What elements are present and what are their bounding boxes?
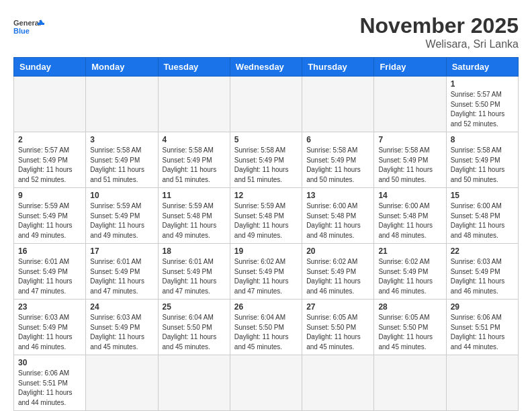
- calendar-cell: 3Sunrise: 5:58 AM Sunset: 5:49 PM Daylig…: [86, 132, 158, 188]
- day-info: Sunrise: 6:06 AM Sunset: 5:51 PM Dayligh…: [451, 313, 514, 352]
- calendar-cell: [302, 77, 374, 132]
- calendar-cell: 4Sunrise: 5:58 AM Sunset: 5:49 PM Daylig…: [158, 132, 230, 188]
- day-info: Sunrise: 5:58 AM Sunset: 5:49 PM Dayligh…: [90, 146, 153, 185]
- day-info: Sunrise: 5:58 AM Sunset: 5:49 PM Dayligh…: [306, 146, 369, 185]
- day-info: Sunrise: 5:59 AM Sunset: 5:49 PM Dayligh…: [90, 201, 153, 240]
- day-info: Sunrise: 6:00 AM Sunset: 5:48 PM Dayligh…: [451, 201, 514, 240]
- calendar-cell: 30Sunrise: 6:06 AM Sunset: 5:51 PM Dayli…: [14, 355, 86, 411]
- day-info: Sunrise: 6:05 AM Sunset: 5:50 PM Dayligh…: [378, 313, 441, 352]
- day-info: Sunrise: 5:58 AM Sunset: 5:49 PM Dayligh…: [163, 146, 226, 185]
- day-number: 1: [451, 79, 514, 89]
- day-number: 25: [163, 302, 226, 312]
- day-info: Sunrise: 5:57 AM Sunset: 5:49 PM Dayligh…: [18, 146, 81, 185]
- day-of-week-header: Saturday: [446, 58, 518, 77]
- calendar-cell: 21Sunrise: 6:02 AM Sunset: 5:49 PM Dayli…: [374, 244, 446, 300]
- day-info: Sunrise: 5:58 AM Sunset: 5:49 PM Dayligh…: [451, 146, 514, 185]
- day-number: 17: [90, 246, 153, 256]
- day-info: Sunrise: 6:05 AM Sunset: 5:50 PM Dayligh…: [306, 313, 369, 352]
- day-number: 15: [451, 191, 514, 200]
- location: Welisara, Sri Lanka: [359, 38, 519, 50]
- calendar-cell: 9Sunrise: 5:59 AM Sunset: 5:49 PM Daylig…: [14, 188, 86, 244]
- calendar-cell: 17Sunrise: 6:01 AM Sunset: 5:49 PM Dayli…: [86, 244, 158, 300]
- day-number: 14: [378, 191, 441, 200]
- day-info: Sunrise: 6:03 AM Sunset: 5:49 PM Dayligh…: [90, 313, 153, 352]
- title-section: November 2025 Welisara, Sri Lanka: [359, 13, 519, 50]
- day-info: Sunrise: 6:04 AM Sunset: 5:50 PM Dayligh…: [234, 313, 298, 352]
- day-of-week-header: Tuesday: [158, 58, 230, 77]
- day-number: 28: [378, 302, 441, 312]
- day-info: Sunrise: 5:57 AM Sunset: 5:50 PM Dayligh…: [451, 90, 514, 129]
- day-number: 27: [306, 302, 369, 312]
- day-info: Sunrise: 6:03 AM Sunset: 5:49 PM Dayligh…: [451, 257, 514, 296]
- day-number: 10: [90, 191, 153, 200]
- calendar-cell: 19Sunrise: 6:02 AM Sunset: 5:49 PM Dayli…: [230, 244, 302, 300]
- calendar-cell: 1Sunrise: 5:57 AM Sunset: 5:50 PM Daylig…: [446, 77, 518, 132]
- day-number: 6: [306, 135, 369, 144]
- calendar-cell: 10Sunrise: 5:59 AM Sunset: 5:49 PM Dayli…: [86, 188, 158, 244]
- day-number: 7: [378, 135, 441, 144]
- day-info: Sunrise: 6:04 AM Sunset: 5:50 PM Dayligh…: [163, 313, 226, 352]
- calendar-cell: 20Sunrise: 6:02 AM Sunset: 5:49 PM Dayli…: [302, 244, 374, 300]
- calendar-cell: 8Sunrise: 5:58 AM Sunset: 5:49 PM Daylig…: [446, 132, 518, 188]
- calendar-cell: 15Sunrise: 6:00 AM Sunset: 5:48 PM Dayli…: [446, 188, 518, 244]
- day-info: Sunrise: 5:59 AM Sunset: 5:48 PM Dayligh…: [163, 201, 226, 240]
- day-info: Sunrise: 6:02 AM Sunset: 5:49 PM Dayligh…: [306, 257, 369, 296]
- day-number: 9: [18, 191, 81, 200]
- calendar-cell: 16Sunrise: 6:01 AM Sunset: 5:49 PM Dayli…: [14, 244, 86, 300]
- calendar-cell: 7Sunrise: 5:58 AM Sunset: 5:49 PM Daylig…: [374, 132, 446, 188]
- day-info: Sunrise: 6:01 AM Sunset: 5:49 PM Dayligh…: [18, 257, 81, 296]
- day-number: 2: [18, 135, 81, 144]
- calendar-cell: 11Sunrise: 5:59 AM Sunset: 5:48 PM Dayli…: [158, 188, 230, 244]
- calendar-cell: 25Sunrise: 6:04 AM Sunset: 5:50 PM Dayli…: [158, 300, 230, 355]
- day-info: Sunrise: 6:02 AM Sunset: 5:49 PM Dayligh…: [378, 257, 441, 296]
- svg-text:General: General: [13, 19, 41, 27]
- day-info: Sunrise: 6:00 AM Sunset: 5:48 PM Dayligh…: [306, 201, 369, 240]
- day-number: 13: [306, 191, 369, 200]
- day-info: Sunrise: 5:58 AM Sunset: 5:49 PM Dayligh…: [378, 146, 441, 185]
- calendar-cell: 24Sunrise: 6:03 AM Sunset: 5:49 PM Dayli…: [86, 300, 158, 355]
- day-number: 12: [234, 191, 298, 200]
- day-info: Sunrise: 6:01 AM Sunset: 5:49 PM Dayligh…: [163, 257, 226, 296]
- day-of-week-header: Monday: [86, 58, 158, 77]
- svg-rect-3: [38, 23, 44, 25]
- day-of-week-header: Wednesday: [230, 58, 302, 77]
- calendar-cell: 28Sunrise: 6:05 AM Sunset: 5:50 PM Dayli…: [374, 300, 446, 355]
- day-of-week-header: Sunday: [14, 58, 86, 77]
- day-number: 11: [163, 191, 226, 200]
- day-number: 19: [234, 246, 298, 256]
- day-number: 30: [18, 358, 81, 367]
- day-number: 18: [163, 246, 226, 256]
- calendar-cell: [230, 355, 302, 411]
- calendar-cell: 26Sunrise: 6:04 AM Sunset: 5:50 PM Dayli…: [230, 300, 302, 355]
- day-info: Sunrise: 6:03 AM Sunset: 5:49 PM Dayligh…: [18, 313, 81, 352]
- calendar-cell: 18Sunrise: 6:01 AM Sunset: 5:49 PM Dayli…: [158, 244, 230, 300]
- day-info: Sunrise: 6:02 AM Sunset: 5:49 PM Dayligh…: [234, 257, 298, 296]
- day-number: 16: [18, 246, 81, 256]
- calendar-cell: 14Sunrise: 6:00 AM Sunset: 5:48 PM Dayli…: [374, 188, 446, 244]
- calendar-cell: [14, 77, 86, 132]
- calendar-cell: 29Sunrise: 6:06 AM Sunset: 5:51 PM Dayli…: [446, 300, 518, 355]
- day-info: Sunrise: 5:59 AM Sunset: 5:48 PM Dayligh…: [234, 201, 298, 240]
- day-info: Sunrise: 5:59 AM Sunset: 5:49 PM Dayligh…: [18, 201, 81, 240]
- calendar-cell: [158, 355, 230, 411]
- day-number: 20: [306, 246, 369, 256]
- day-number: 3: [90, 135, 153, 144]
- day-number: 23: [18, 302, 81, 312]
- calendar-cell: 6Sunrise: 5:58 AM Sunset: 5:49 PM Daylig…: [302, 132, 374, 188]
- day-info: Sunrise: 5:58 AM Sunset: 5:49 PM Dayligh…: [234, 146, 298, 185]
- logo: General Blue: [13, 13, 47, 40]
- day-number: 5: [234, 135, 298, 144]
- day-of-week-header: Thursday: [302, 58, 374, 77]
- calendar-cell: [158, 77, 230, 132]
- calendar-cell: [302, 355, 374, 411]
- calendar-cell: [86, 355, 158, 411]
- day-number: 4: [163, 135, 226, 144]
- calendar-cell: 23Sunrise: 6:03 AM Sunset: 5:49 PM Dayli…: [14, 300, 86, 355]
- calendar-cell: 12Sunrise: 5:59 AM Sunset: 5:48 PM Dayli…: [230, 188, 302, 244]
- calendar-cell: [446, 355, 518, 411]
- svg-text:Blue: Blue: [13, 27, 30, 35]
- page-header: General Blue November 2025 Welisara, Sri…: [13, 13, 519, 50]
- calendar-cell: 13Sunrise: 6:00 AM Sunset: 5:48 PM Dayli…: [302, 188, 374, 244]
- calendar-cell: 27Sunrise: 6:05 AM Sunset: 5:50 PM Dayli…: [302, 300, 374, 355]
- calendar-cell: [374, 77, 446, 132]
